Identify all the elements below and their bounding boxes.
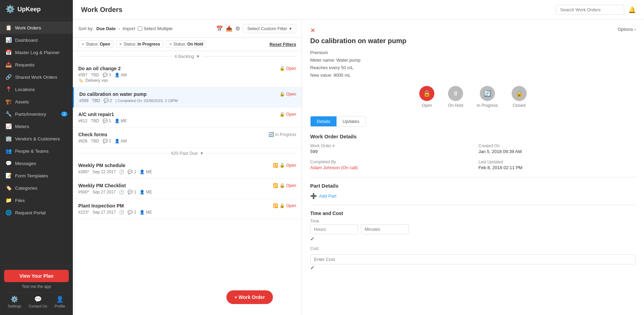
sidebar-item-label: Locations [15,87,35,92]
sidebar-item-label: Meters [15,124,29,129]
section-line [202,56,296,56]
add-work-order-button[interactable]: + Work Order [226,290,273,304]
wo-due: TBD [91,73,99,77]
wo-assignee: 👤 ME [140,210,152,215]
close-icon[interactable]: ✕ [310,27,315,34]
field-value: Jan 5, 2018 09:39 AM [478,149,636,154]
detail-tabs: DetailsUpdates [310,116,366,127]
work-orders-icon: 📋 [5,25,12,31]
section-line [78,56,172,56]
section-chevron-icon[interactable]: ▼ [196,54,200,59]
sidebar-item-vendors-customers[interactable]: 🏢 Vendors & Customers [0,133,73,145]
footer-item-contact-us[interactable]: 💬 Contact Us [29,295,47,308]
field-value[interactable]: Adam Johnson (On call) [310,165,468,170]
field-label: Last Updated [478,160,636,164]
cost-label: Cost [310,246,636,251]
search-input[interactable] [556,5,624,15]
wo-meta: #285* Sep 22 2017 🕐 💬 1 👤 ME [78,169,273,174]
filter-tag: ✕ Status: In Progress [116,40,163,48]
time-checkmark-icon[interactable]: ✓ [310,236,315,242]
status-step-open[interactable]: 🔒 Open [419,86,434,108]
sidebar-item-categories[interactable]: 🏷️ Categories [0,182,73,194]
notification-icon[interactable]: 🔔 [628,6,636,14]
sidebar-item-request-portal[interactable]: 🌐 Request Portal [0,206,73,219]
add-part-button[interactable]: ➕ Add Part [310,193,337,199]
reset-filters-link[interactable]: Reset Filters [270,42,296,47]
work-order-item[interactable]: Do an oil change 2 #597 TBD 💬 3 👤 AM 🏷️ … [73,62,302,87]
tab-updates[interactable]: Updates [337,116,365,126]
calendar-icon[interactable]: 📅 [216,25,223,32]
status-label: Open [286,92,296,97]
sidebar: ⚙️ UpKeep 📋 Work Orders 📊 Dashboard 📅 Ma… [0,0,73,315]
sidebar-item-form-templates[interactable]: 📝 Form Templates [0,169,73,182]
wo-number: #500* [78,190,89,194]
sidebar-item-people-teams[interactable]: 👥 People & Teams [0,145,73,157]
sidebar-item-meters[interactable]: 📈 Meters [0,120,73,133]
filter-remove-icon[interactable]: ✕ [169,42,172,47]
export-icon[interactable]: 📤 [226,25,233,32]
sidebar-bottom: View Your Plan Text me the app ⚙️ Settin… [0,265,73,315]
wo-title: Check forms [78,132,268,137]
footer-item-settings[interactable]: ⚙️ Settings [8,295,22,308]
status-step-on-hold[interactable]: ⏸ On Hold [448,86,463,108]
sidebar-item-assets[interactable]: 🏗️ Assets [0,96,73,108]
detail-field-right: Last Updated Feb 8, 2018 02:11 PM [478,160,636,170]
work-order-item[interactable]: Check forms #626 TBD 💬 2 👤 AM 🔄 In Progr… [73,128,302,148]
select-multiple-label[interactable]: Select Multiple [138,26,173,31]
work-order-item[interactable]: Do calibration on water pump #599 TBD 💬 … [73,87,302,108]
sort-by-value[interactable]: Due Date [96,26,116,31]
filter-remove-icon[interactable]: ✕ [81,42,84,47]
status-label: Open [286,203,296,208]
status-step-closed[interactable]: 🔒 Closed [512,86,527,108]
custom-filter-button[interactable]: Select Custom Filter ▾ [243,24,296,33]
sidebar-item-requests[interactable]: 📥 Requests [0,59,73,71]
work-order-item[interactable]: Weekly PM schedule #285* Sep 22 2017 🕐 💬… [73,159,302,179]
logo-area: ⚙️ UpKeep [0,0,73,19]
tab-details[interactable]: Details [311,116,337,126]
filter-icon[interactable]: ⚙ [235,25,240,32]
sidebar-item-locations[interactable]: 📍 Locations [0,83,73,96]
status-step-in-progress[interactable]: 🔄 In Progress [477,86,498,108]
part-details-title: Part Details [310,183,636,189]
repeat-icon: 🔁 [273,203,278,208]
options-button[interactable]: Options › [618,27,636,32]
sidebar-item-master-log[interactable]: 📅 Master Log & Planner [0,46,73,59]
select-multiple-checkbox[interactable] [138,26,142,31]
sidebar-item-messages[interactable]: 💬 Messages [0,157,73,169]
detail-field-left: Work Order # 599 [310,143,468,154]
footer-item-profile[interactable]: 👤 Profile [54,295,65,308]
sidebar-item-parts-inventory[interactable]: 🔧 Parts/Inventory 2 [0,108,73,120]
status-label: Open [286,66,296,71]
wo-status: 🔁 🔒 Open [273,163,296,168]
wo-status: 🔁 🔒 Open [273,183,296,188]
sidebar-item-label: Requests [15,62,35,67]
minutes-input[interactable] [361,224,409,234]
import-button[interactable]: Import [122,26,135,31]
filter-remove-icon[interactable]: ✕ [119,42,122,47]
field-label: Completed By [310,160,468,164]
status-label: Open [286,163,296,168]
hours-input[interactable] [310,224,358,234]
status-step-label: In Progress [477,103,498,108]
sidebar-item-dashboard[interactable]: 📊 Dashboard [0,34,73,46]
field-label: Work Order # [310,143,468,148]
detail-meta-line: Reaches every 50 mL [310,64,636,72]
sub-icon: 🏷️ [78,78,83,83]
view-plan-button[interactable]: View Your Plan [4,270,69,282]
work-order-item[interactable]: Weekly PM Checklist #500* Sep 27 2017 🕐 … [73,179,302,199]
sidebar-item-work-orders[interactable]: 📋 Work Orders [0,22,73,34]
status-lock-icon: 🔒 [279,203,285,208]
form-templates-icon: 📝 [5,173,12,179]
cost-checkmark-icon[interactable]: ✓ [310,265,315,270]
work-order-item[interactable]: Plant Inspection PM #223* Sep 27 2017 🕐 … [73,199,302,219]
dashboard-icon: 📊 [5,37,12,43]
wo-filters: ✕ Status: Open✕ Status: In Progress✕ Sta… [73,38,302,51]
cost-input[interactable] [310,254,636,264]
sort-by-label: Sort by: [78,26,94,31]
contact-us-icon: 💬 [34,295,42,303]
work-order-item[interactable]: A/C unit repair1 #612 TBD 💬 1 👤 ME 🔒 Ope… [73,108,302,128]
sidebar-item-label: Parts/Inventory [15,112,46,117]
section-chevron-icon[interactable]: ▼ [200,151,204,156]
sidebar-item-shared-work-orders[interactable]: 🔗 Shared Work Orders [0,71,73,83]
sidebar-item-files[interactable]: 📁 Files [0,194,73,206]
